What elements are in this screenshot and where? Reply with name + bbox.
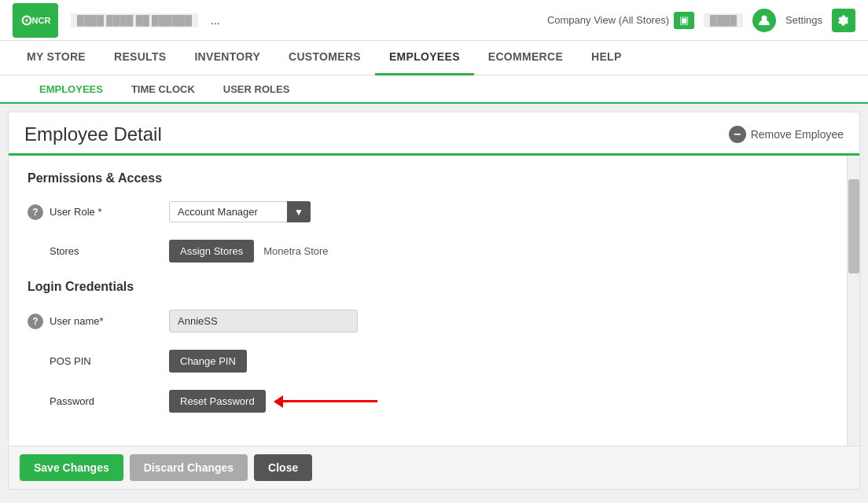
company-view-label: Company View (All Stores): [547, 14, 669, 26]
username-label-col: ? User name*: [28, 314, 169, 329]
pos-pin-label: POS PIN: [50, 355, 91, 367]
content-body: Permissions & Access ? User Role * Accou…: [9, 156, 859, 446]
user-role-label-col: ? User Role *: [28, 204, 169, 220]
page-header: Employee Detail − Remove Employee: [9, 112, 859, 156]
ncr-logo: ⊙NCR: [13, 3, 58, 38]
content-main: Permissions & Access ? User Role * Accou…: [9, 156, 847, 446]
nav-employees[interactable]: EMPLOYEES: [375, 41, 474, 75]
subnav-time-clock[interactable]: TIME CLOCK: [117, 75, 209, 104]
login-heading: Login Credentials: [28, 280, 828, 294]
pos-pin-control: Change PIN: [169, 350, 247, 373]
page-title: Employee Detail: [24, 123, 162, 145]
page-wrapper: Employee Detail − Remove Employee Permis…: [8, 112, 860, 490]
pos-pin-label-col: POS PIN: [28, 355, 169, 367]
assign-stores-button[interactable]: Assign Stores: [169, 240, 254, 263]
stores-label: Stores: [50, 245, 79, 257]
company-view-button[interactable]: Company View (All Stores) ▣: [547, 12, 694, 29]
subnav-user-roles[interactable]: USER ROLES: [209, 75, 304, 104]
permissions-heading: Permissions & Access: [28, 171, 828, 185]
password-row: Password Reset Password: [28, 390, 828, 413]
nav-results[interactable]: RESULTS: [100, 41, 180, 75]
remove-employee-label: Remove Employee: [751, 128, 844, 141]
red-arrow-annotation: [274, 395, 377, 408]
nav-my-store[interactable]: MY STORE: [13, 41, 100, 75]
username-row: ? User name*: [28, 310, 828, 332]
password-label: Password: [50, 395, 94, 407]
nav-ecommerce[interactable]: ECOMMERCE: [474, 41, 577, 75]
stores-label-col: Stores: [28, 245, 169, 257]
user-role-select[interactable]: Account Manager Cashier Store Manager Ad…: [169, 201, 311, 222]
scrollbar-track[interactable]: [847, 156, 859, 446]
user-role-help-icon[interactable]: ?: [28, 204, 43, 220]
gear-icon[interactable]: [832, 9, 855, 32]
close-button[interactable]: Close: [254, 454, 312, 481]
password-label-col: Password: [28, 395, 169, 407]
avatar-icon[interactable]: [752, 9, 776, 32]
user-role-row: ? User Role * Account Manager Cashier St…: [28, 201, 828, 222]
store-name-display: ████ ████ ██ ██████: [71, 13, 198, 28]
nav-inventory[interactable]: INVENTORY: [180, 41, 274, 75]
discard-changes-button[interactable]: Discard Changes: [130, 454, 248, 481]
sub-nav: EMPLOYEES TIME CLOCK USER ROLES: [0, 75, 868, 104]
stores-control: Assign Stores Monetra Store: [169, 240, 329, 263]
user-role-select-wrapper: Account Manager Cashier Store Manager Ad…: [169, 201, 311, 222]
monitor-icon: ▣: [674, 12, 694, 29]
arrow-head-icon: [274, 395, 283, 408]
username-input[interactable]: [169, 310, 358, 332]
reset-password-button[interactable]: Reset Password: [169, 390, 266, 413]
minus-circle-icon: −: [729, 126, 746, 143]
more-options-btn[interactable]: ...: [211, 14, 220, 27]
username-help-icon[interactable]: ?: [28, 314, 43, 329]
remove-employee-button[interactable]: − Remove Employee: [729, 126, 844, 143]
user-role-control: Account Manager Cashier Store Manager Ad…: [169, 201, 311, 222]
password-control: Reset Password: [169, 390, 377, 413]
arrow-line: [283, 400, 377, 402]
scrollbar-thumb[interactable]: [848, 179, 859, 274]
top-bar: ⊙NCR ████ ████ ██ ██████ ... Company Vie…: [0, 0, 868, 41]
nav-help[interactable]: HELP: [577, 41, 636, 75]
settings-label: Settings: [785, 14, 822, 26]
main-nav: MY STORE RESULTS INVENTORY CUSTOMERS EMP…: [0, 41, 868, 75]
bottom-bar: Save Changes Discard Changes Close: [9, 446, 859, 489]
store-name-text: Monetra Store: [263, 245, 328, 257]
change-pin-button[interactable]: Change PIN: [169, 350, 247, 373]
reset-password-with-arrow: Reset Password: [169, 390, 377, 413]
username-control: [169, 310, 358, 332]
user-number-badge: ████: [704, 13, 743, 28]
user-role-label: User Role *: [50, 206, 101, 218]
subnav-employees[interactable]: EMPLOYEES: [25, 75, 117, 104]
pos-pin-row: POS PIN Change PIN: [28, 350, 828, 373]
top-bar-right: Company View (All Stores) ▣ ████ Setting…: [547, 9, 855, 32]
stores-row: Stores Assign Stores Monetra Store: [28, 240, 828, 263]
nav-customers[interactable]: CUSTOMERS: [274, 41, 375, 75]
username-label: User name*: [50, 315, 104, 327]
save-changes-button[interactable]: Save Changes: [20, 454, 123, 481]
